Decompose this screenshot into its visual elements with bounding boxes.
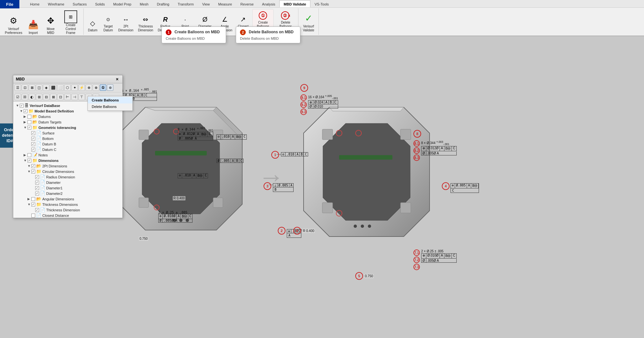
tree-check-angular[interactable] [31, 197, 35, 201]
tree-check-datums[interactable] [27, 115, 31, 119]
tab-reverse[interactable]: Reverse [236, 0, 258, 7]
tree-circular-dimensions[interactable]: ▼ ✓ 📁 Circular Dimensions [13, 169, 122, 174]
tree-expand-datumb[interactable] [27, 142, 31, 146]
tree-expand-radius[interactable] [31, 175, 35, 179]
2pt-dimension-button[interactable]: ↔ 2PtDimension [117, 13, 135, 34]
mbd-panel-close[interactable]: × [115, 77, 120, 82]
tree-2pt-dimensions[interactable]: ▼ ✓ 📂 2Pt Dimensions [13, 163, 122, 169]
mbd-tool-r6[interactable]: ⊠ [50, 94, 57, 100]
tree-diameter2[interactable]: ✓ 📄 Diameter2 [13, 191, 122, 196]
mbd-tool-11[interactable]: ⊕ [86, 84, 92, 91]
tree-expand-notes[interactable]: ▶ [24, 153, 27, 157]
tree-notes[interactable]: ▶ 📝 Notes [13, 152, 122, 158]
tree-check-datumb[interactable]: ✓ [31, 142, 35, 146]
tree-check-surface[interactable]: ✓ [31, 131, 35, 135]
tree-expand-database[interactable]: ▼ [16, 104, 20, 107]
mbd-tool-r4[interactable]: ⊞ [36, 94, 42, 100]
tree-expand-closest[interactable] [27, 214, 31, 217]
create-control-frame-button[interactable]: ⊞ CreateControl Frame [60, 9, 81, 36]
tree-bottom[interactable]: ✓ 📄 Bottom [13, 136, 122, 141]
tree-expand-diameter2[interactable] [31, 192, 35, 195]
tree-check-diameter2[interactable]: ✓ [35, 192, 39, 195]
tree-diameter[interactable]: ✓ 📄 Diameter [13, 180, 122, 185]
mbd-tool-12[interactable]: ⊗ [93, 84, 99, 91]
tree-check-datum-targets[interactable] [27, 120, 31, 124]
tree-datum-targets[interactable]: ▶ 📂 Datum Targets [13, 119, 122, 125]
mbd-tool-3[interactable]: ⊠ [29, 84, 35, 91]
tree-check-circular[interactable]: ✓ [31, 170, 35, 174]
mbd-tool-5[interactable]: ◈ [43, 84, 49, 91]
mbd-tool-r3[interactable]: ◐ [29, 94, 35, 100]
tree-check-diameter[interactable]: ✓ [35, 181, 39, 185]
target-datum-button[interactable]: ⊙ TargetDatum [101, 13, 115, 34]
tree-angular-dimensions[interactable]: ▶ 📂 Angular Dimensions [13, 196, 122, 202]
tree-check-geometric[interactable]: ✓ [27, 126, 31, 130]
verisurf-validate-button[interactable]: ✓ VerisurfValidate [300, 10, 317, 34]
mbd-tool-8[interactable]: ⬡ [64, 84, 71, 91]
tree-expand-surface[interactable] [27, 131, 31, 135]
tab-mbd-validate[interactable]: MBD Validate [279, 0, 310, 7]
tree-surface[interactable]: ✓ 📄 Surface [13, 130, 122, 136]
tree-check-datumc[interactable]: ✓ [31, 148, 35, 152]
tree-check-diameter1[interactable]: ✓ [35, 186, 39, 190]
tree-closest-distance[interactable]: 📄 Closest Distance [13, 213, 122, 218]
tree-expand-datumc[interactable] [27, 148, 31, 151]
tree-expand-dimensions[interactable]: ▼ [24, 159, 27, 162]
tab-mesh[interactable]: Mesh [136, 0, 153, 7]
tree-datum-c[interactable]: ✓ 📄 Datum C [13, 147, 122, 152]
tree-expand-diameter1[interactable] [31, 186, 35, 190]
tree-check-database[interactable]: ✓ [20, 104, 24, 108]
mbd-tool-4[interactable]: ◫ [36, 84, 42, 91]
tree-check-bottom[interactable]: ✓ [31, 137, 35, 141]
tree-datum-b[interactable]: ✓ 📄 Datum B [13, 141, 122, 147]
mbd-tool-r1[interactable]: ☑ [15, 94, 21, 100]
tab-transform[interactable]: Transform [173, 0, 198, 7]
tree-check-2pt[interactable]: ✓ [31, 164, 35, 168]
tree-check-radius[interactable]: ✓ [35, 175, 39, 179]
tree-diameter1[interactable]: ✓ 📄 Diameter1 [13, 185, 122, 191]
mbd-tool-r2[interactable]: ☒ [22, 94, 28, 100]
tab-home[interactable]: Home [26, 0, 44, 7]
tab-solids[interactable]: Solids [91, 0, 109, 7]
tree-radius-dimension[interactable]: ✓ 📄 Radius Dimension [13, 174, 122, 180]
tree-geometric-tolerancing[interactable]: ▼ ✓ 📁 Geometric tolerancing [13, 125, 122, 130]
tree-check-dimensions[interactable]: ✓ [27, 159, 31, 163]
tree-thickness-dimensions[interactable]: ▼ ✓ 📁 Thickness Dimensions [13, 202, 122, 207]
tree-expand-datum-targets[interactable]: ▶ [24, 120, 27, 124]
verisurf-preferences-button[interactable]: ⚙ VerisurfPreferences [3, 13, 24, 36]
tree-expand-2pt[interactable]: ▼ [27, 164, 31, 168]
import-button[interactable]: 📥 Import [25, 17, 41, 36]
mbd-tool-balloons[interactable]: ① [100, 84, 106, 91]
tree-expand-angular[interactable]: ▶ [27, 197, 31, 201]
mbd-tool-10[interactable]: ⚡ [78, 84, 85, 91]
tree-check-mbd[interactable]: ✓ [24, 109, 27, 113]
tree-check-thickness[interactable]: ✓ [31, 203, 35, 206]
tree-expand-datums[interactable]: ▶ [24, 115, 27, 118]
tree-expand-bottom[interactable] [27, 137, 31, 140]
tree-check-thickness-dim[interactable]: ✓ [35, 208, 39, 212]
tree-expand-circular[interactable]: ▼ [27, 170, 31, 173]
mbd-tool-2[interactable]: ⊡ [22, 84, 28, 91]
mbd-tool-r10[interactable]: ⊤ [78, 94, 85, 100]
tree-expand-diameter[interactable] [31, 181, 35, 184]
tree-expand-thickness[interactable]: ▼ [27, 203, 31, 206]
tab-vs-tools[interactable]: VS-Tools [310, 0, 333, 7]
tree-check-notes[interactable] [27, 153, 31, 157]
mbd-tool-r5[interactable]: ⊟ [43, 94, 49, 100]
tab-view[interactable]: View [198, 0, 214, 7]
mbd-tool-r9[interactable]: ⊣ [71, 94, 78, 100]
tab-surfaces[interactable]: Surfaces [68, 0, 91, 7]
mbd-tool-r8[interactable]: ⊢ [64, 94, 71, 100]
tab-measure[interactable]: Measure [214, 0, 236, 7]
thickness-dimension-button[interactable]: ⇔ ThicknessDimension [136, 13, 155, 34]
mbd-tool-9[interactable]: ✦ [71, 84, 78, 91]
context-create-balloons[interactable]: Create Balloons [88, 97, 132, 103]
tree-thickness-dimension[interactable]: ✓ 📄 Thickness Dimension [13, 207, 122, 213]
mbd-tool-7[interactable]: ⬜ [57, 84, 64, 91]
datum-button[interactable]: ◇ Datum [86, 17, 100, 34]
tree-dimensions[interactable]: ▼ ✓ 📁 Dimensions [13, 158, 122, 163]
mbd-tool-r7[interactable]: ⊡ [57, 94, 64, 100]
mbd-tool-6[interactable]: ⬛ [50, 84, 57, 91]
tab-wireframe[interactable]: Wireframe [44, 0, 68, 7]
tree-expand-thickness-dim[interactable] [31, 208, 35, 212]
